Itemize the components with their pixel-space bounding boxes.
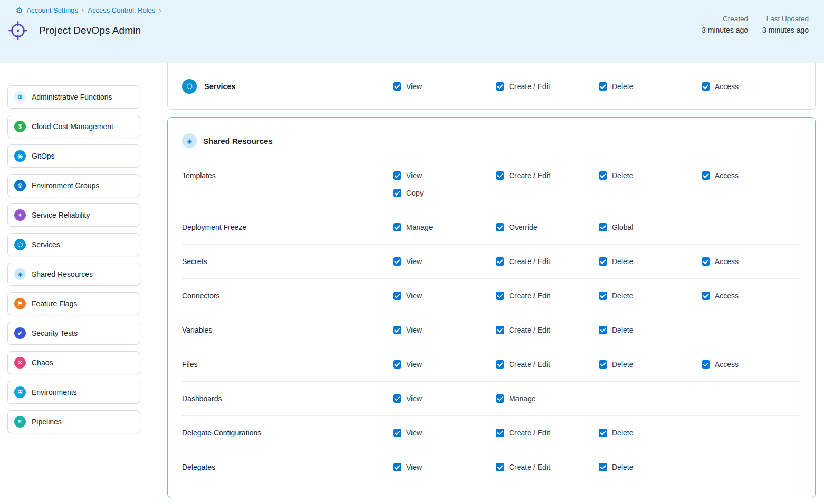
permission-checkbox-view[interactable]: View (393, 82, 496, 91)
checkbox-checked-icon[interactable] (702, 82, 710, 91)
checkbox-checked-icon[interactable] (599, 429, 607, 437)
checkbox-checked-icon[interactable] (599, 257, 607, 266)
permission-checkbox-create-edit[interactable]: Create / Edit (496, 257, 599, 266)
permission-checkbox-view[interactable]: View (393, 257, 496, 266)
sidebar-item-label: Environments (32, 388, 77, 396)
permission-checkbox-view[interactable]: View (393, 326, 496, 334)
sidebar-item-gitops[interactable]: ◉GitOps (7, 144, 140, 168)
permission-checkbox-delete[interactable]: Delete (599, 360, 702, 369)
permission-checkbox-create-edit[interactable]: Create / Edit (496, 326, 599, 334)
sidebar-item-environment-groups[interactable]: ⊚Environment Groups (7, 174, 140, 197)
checkbox-checked-icon[interactable] (393, 223, 401, 231)
checkbox-checked-icon[interactable] (496, 292, 504, 300)
permission-checkbox-create-edit[interactable]: Create / Edit (496, 360, 599, 369)
checkbox-checked-icon[interactable] (496, 171, 504, 180)
sidebar-item-security-tests[interactable]: ✔Security Tests (7, 322, 140, 345)
administrative-functions-icon: ⚙ (14, 91, 26, 103)
permission-checkbox-create-edit[interactable]: Create / Edit (496, 171, 599, 180)
permission-checkbox-global[interactable]: Global (599, 223, 702, 231)
permission-checkbox-manage[interactable]: Manage (496, 394, 599, 403)
checkbox-checked-icon[interactable] (393, 82, 401, 91)
permission-checkbox-delete[interactable]: Delete (599, 257, 702, 266)
permission-cell: Create / Edit (496, 463, 599, 471)
permission-checkbox-delete[interactable]: Delete (599, 429, 702, 437)
permission-checkbox-access[interactable]: Access (702, 360, 801, 369)
permission-cell: Manage (496, 394, 599, 403)
permission-checkbox-delete[interactable]: Delete (599, 292, 702, 300)
permission-checkbox-view[interactable]: View (393, 429, 496, 437)
sidebar-item-pipelines[interactable]: ≋Pipelines (7, 410, 140, 433)
sidebar-item-feature-flags[interactable]: ⚑Feature Flags (7, 292, 140, 315)
permission-cell: Create / Edit (496, 429, 599, 437)
checkbox-checked-icon[interactable] (702, 257, 710, 266)
permission-checkbox-create-edit[interactable]: Create / Edit (496, 463, 599, 471)
checkbox-checked-icon[interactable] (393, 292, 401, 300)
permission-checkbox-access[interactable]: Access (702, 292, 801, 300)
checkbox-checked-icon[interactable] (393, 463, 401, 471)
sidebar-item-shared-resources[interactable]: ◈Shared Resources (7, 263, 140, 286)
sidebar-item-environments[interactable]: ⊞Environments (7, 381, 140, 404)
sidebar-item-administrative-functions[interactable]: ⚙Administrative Functions (7, 85, 140, 109)
permission-checkbox-delete[interactable]: Delete (599, 326, 702, 334)
permission-checkbox-view[interactable]: View (393, 463, 496, 471)
permission-checkbox-create-edit[interactable]: Create / Edit (496, 429, 599, 437)
sidebar-item-cloud-cost-management[interactable]: $Cloud Cost Management (7, 115, 140, 138)
permission-checkbox-create-edit[interactable]: Create / Edit (496, 292, 599, 300)
permission-checkbox-access[interactable]: Access (702, 171, 801, 180)
permission-row-delegate-configurations: Delegate ConfigurationsViewCreate / Edit… (182, 416, 801, 450)
permission-checkbox-create-edit[interactable]: Create / Edit (496, 82, 599, 91)
permission-checkbox-copy[interactable]: Copy (393, 189, 496, 197)
checkbox-checked-icon[interactable] (599, 223, 607, 231)
pipelines-icon: ≋ (14, 416, 26, 428)
sidebar-item-service-reliability[interactable]: ✦Service Reliability (7, 203, 140, 227)
checkbox-checked-icon[interactable] (599, 463, 607, 471)
checkbox-checked-icon[interactable] (496, 394, 504, 403)
permission-checkbox-delete[interactable]: Delete (599, 463, 702, 471)
checkbox-checked-icon[interactable] (393, 189, 401, 197)
sidebar-item-services[interactable]: ⬡Services (7, 233, 140, 256)
checkbox-checked-icon[interactable] (702, 171, 710, 180)
checkbox-checked-icon[interactable] (393, 326, 401, 334)
checkbox-checked-icon[interactable] (496, 429, 504, 437)
checkbox-checked-icon[interactable] (496, 463, 504, 471)
sidebar-item-chaos[interactable]: ✕Chaos (7, 351, 140, 374)
checkbox-checked-icon[interactable] (496, 82, 504, 91)
checkbox-checked-icon[interactable] (599, 326, 607, 334)
checkbox-checked-icon[interactable] (599, 171, 607, 180)
permission-checkbox-delete[interactable]: Delete (599, 82, 702, 91)
sidebar-item-label: Chaos (32, 358, 53, 367)
checkbox-checked-icon[interactable] (702, 292, 710, 300)
checkbox-label: Manage (406, 223, 433, 231)
checkbox-checked-icon[interactable] (393, 394, 401, 403)
checkbox-checked-icon[interactable] (393, 171, 401, 180)
permission-checkbox-manage[interactable]: Manage (393, 223, 496, 231)
checkbox-checked-icon[interactable] (496, 326, 504, 334)
permission-checkbox-access[interactable]: Access (702, 257, 801, 266)
permission-checkbox-access[interactable]: Access (702, 82, 801, 91)
checkbox-checked-icon[interactable] (599, 82, 607, 91)
checkbox-checked-icon[interactable] (702, 360, 710, 369)
permission-checkbox-view[interactable]: View (393, 292, 496, 300)
permission-checkbox-view[interactable]: View (393, 171, 496, 180)
breadcrumb-account-settings[interactable]: Account Settings (26, 6, 78, 14)
permission-checkbox-override[interactable]: Override (496, 223, 599, 231)
permission-cell: View (393, 429, 496, 437)
permission-row-dashboards: DashboardsViewManage (182, 382, 801, 416)
checkbox-checked-icon[interactable] (599, 292, 607, 300)
checkbox-checked-icon[interactable] (393, 257, 401, 266)
permission-row-delegates: DelegatesViewCreate / EditDelete (182, 450, 801, 484)
permission-checkbox-view[interactable]: View (393, 394, 496, 403)
permission-cell: Delete (599, 292, 702, 300)
checkbox-checked-icon[interactable] (393, 429, 401, 437)
checkbox-label: Delete (612, 360, 633, 369)
breadcrumb-access-control-roles[interactable]: Access Control: Roles (88, 6, 155, 14)
permission-checkbox-delete[interactable]: Delete (599, 171, 702, 180)
page-header: ⚙ Account Settings › Access Control: Rol… (0, 0, 824, 63)
checkbox-checked-icon[interactable] (496, 257, 504, 266)
checkbox-checked-icon[interactable] (496, 360, 504, 369)
checkbox-checked-icon[interactable] (496, 223, 504, 231)
environments-icon: ⊞ (14, 386, 26, 398)
checkbox-checked-icon[interactable] (393, 360, 401, 369)
checkbox-checked-icon[interactable] (599, 360, 607, 369)
permission-checkbox-view[interactable]: View (393, 360, 496, 369)
